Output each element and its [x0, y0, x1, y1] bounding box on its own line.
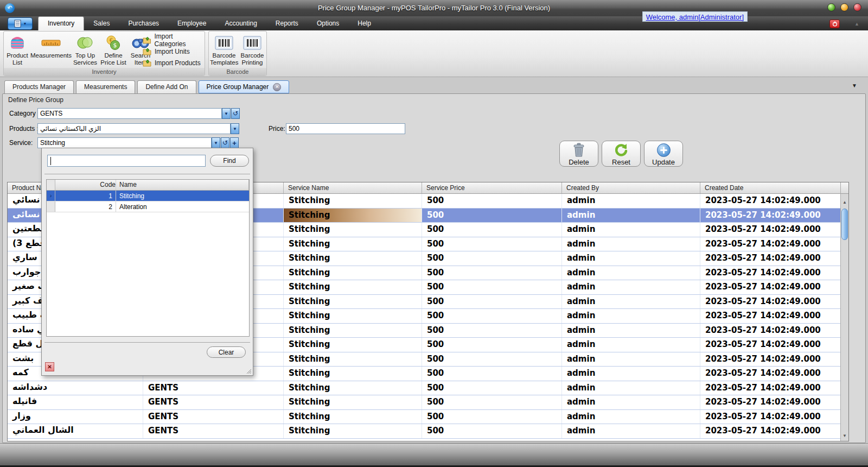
clear-button[interactable]: Clear: [207, 346, 246, 358]
cell-service[interactable]: Stitching: [284, 295, 422, 309]
cell-created_by[interactable]: admin: [562, 381, 700, 395]
cell-created_by[interactable]: admin: [562, 266, 700, 280]
restore-button[interactable]: [840, 3, 848, 11]
cell-price[interactable]: 500: [422, 209, 562, 223]
popup-cell-code[interactable]: 1: [55, 191, 116, 201]
scroll-up-icon[interactable]: ▲: [841, 199, 848, 206]
top-up-services-button[interactable]: Top Up Services: [72, 33, 98, 66]
cell-created_by[interactable]: admin: [562, 309, 700, 323]
cell-created_date[interactable]: 2023-05-27 14:02:49.000: [700, 352, 841, 367]
cell-created_by[interactable]: admin: [562, 324, 700, 338]
cell-product[interactable]: دشداشه: [8, 381, 143, 395]
collapse-ribbon-icon[interactable]: ▲: [854, 21, 859, 27]
cell-created_date[interactable]: 2023-05-27 14:02:49.000: [700, 410, 841, 424]
app-logo-icon[interactable]: ↶: [5, 3, 15, 13]
import-categories-button[interactable]: Import Categories: [143, 34, 205, 46]
popup-cell-code[interactable]: 2: [55, 201, 116, 212]
cell-created_by[interactable]: admin: [562, 280, 700, 294]
cell-created_date[interactable]: 2023-05-27 14:02:49.000: [700, 324, 841, 338]
cell-product[interactable]: وزار: [8, 410, 143, 424]
tab-sales[interactable]: Sales: [84, 16, 119, 30]
cell-created_by[interactable]: admin: [562, 424, 700, 438]
cell-category[interactable]: GENTS: [143, 410, 284, 424]
cell-product[interactable]: فانيله: [8, 395, 143, 409]
cell-created_by[interactable]: admin: [562, 410, 700, 424]
cell-created_date[interactable]: 2023-05-27 14:02:49.000: [700, 424, 841, 438]
doc-tab-define-add-on[interactable]: Define Add On: [137, 80, 196, 93]
cell-created_date[interactable]: 2023-05-27 14:02:49.000: [700, 395, 841, 409]
popup-row[interactable]: 2Alteration: [47, 201, 249, 212]
cell-price[interactable]: 500: [422, 338, 562, 352]
cell-created_date[interactable]: 2023-05-27 14:02:49.000: [700, 194, 841, 208]
cell-created_date[interactable]: 2023-05-27 14:02:49.000: [700, 338, 841, 352]
header-created-date[interactable]: Created Date: [700, 182, 841, 193]
products-dropdown-button[interactable]: ▼: [231, 123, 239, 134]
grid-row[interactable]: فانيلهGENTSStitching500admin2023-05-27 1…: [8, 395, 848, 410]
cell-service[interactable]: Stitching: [284, 309, 422, 323]
barcode-templates-button[interactable]: Barcode Templates: [210, 33, 238, 66]
cell-service[interactable]: Stitching: [284, 266, 422, 280]
cell-service[interactable]: Stitching: [284, 251, 422, 266]
cell-price[interactable]: 500: [422, 395, 562, 409]
barcode-printing-button[interactable]: Barcode Printing: [238, 33, 266, 66]
tab-close-icon[interactable]: ✕: [273, 83, 281, 91]
cell-created_date[interactable]: 2023-05-27 14:02:49.000: [700, 295, 841, 309]
cell-service[interactable]: Stitching: [284, 223, 422, 237]
header-service-price[interactable]: Service Price: [422, 182, 562, 193]
cell-category[interactable]: GENTS: [143, 424, 284, 438]
cell-price[interactable]: 500: [422, 266, 562, 280]
cell-created_date[interactable]: 2023-05-27 14:02:49.000: [700, 209, 841, 223]
cell-price[interactable]: 500: [422, 410, 562, 424]
application-menu-button[interactable]: ▼: [8, 17, 33, 30]
grid-row[interactable]: الشال العمانيGENTSStitching500admin2023-…: [8, 424, 848, 439]
doc-tab-products-manager[interactable]: Products Manager: [4, 80, 74, 93]
minimize-button[interactable]: [827, 3, 835, 11]
reset-button[interactable]: Reset: [602, 141, 641, 167]
tab-employee[interactable]: Employee: [168, 16, 215, 30]
cell-created_date[interactable]: 2023-05-27 14:02:49.000: [700, 237, 841, 251]
cell-product[interactable]: الشال العماني: [8, 424, 143, 438]
cell-created_date[interactable]: 2023-05-27 14:02:49.000: [700, 223, 841, 237]
cell-service[interactable]: Stitching: [284, 410, 422, 424]
popup-close-button[interactable]: ✕: [45, 362, 54, 371]
popup-cell-name[interactable]: Stitching: [116, 191, 249, 201]
tab-accounting[interactable]: Accounting: [215, 16, 266, 30]
cell-created_date[interactable]: 2023-05-27 14:02:49.000: [700, 367, 841, 381]
delete-button[interactable]: Delete: [559, 141, 598, 167]
cell-price[interactable]: 500: [422, 223, 562, 237]
cell-price[interactable]: 500: [422, 280, 562, 294]
tab-help[interactable]: Help: [348, 16, 380, 30]
cell-created_date[interactable]: 2023-05-27 14:02:49.000: [700, 309, 841, 323]
cell-price[interactable]: 500: [422, 295, 562, 309]
cell-service[interactable]: Stitching: [284, 424, 422, 438]
cell-service[interactable]: Stitching: [284, 237, 422, 251]
cell-created_by[interactable]: admin: [562, 209, 700, 223]
cell-created_date[interactable]: 2023-05-27 14:02:49.000: [700, 251, 841, 266]
cell-service[interactable]: Stitching: [284, 395, 422, 409]
cell-service[interactable]: Stitching: [284, 280, 422, 294]
popup-search-input[interactable]: [47, 155, 206, 167]
logout-power-button[interactable]: [829, 20, 840, 28]
cell-created_by[interactable]: admin: [562, 295, 700, 309]
category-input[interactable]: [37, 108, 222, 119]
cell-created_date[interactable]: 2023-05-27 14:02:49.000: [700, 280, 841, 294]
scrollbar-thumb[interactable]: [841, 209, 848, 240]
cell-service[interactable]: Stitching: [284, 338, 422, 352]
cell-service[interactable]: Stitching: [284, 194, 422, 208]
cell-category[interactable]: GENTS: [143, 395, 284, 409]
popup-row[interactable]: ›1Stitching: [47, 191, 249, 201]
header-created-by[interactable]: Created By: [562, 182, 700, 193]
cell-service[interactable]: Stitching: [284, 352, 422, 367]
service-refresh-button[interactable]: ↺: [221, 137, 229, 148]
cell-created_by[interactable]: admin: [562, 237, 700, 251]
cell-price[interactable]: 500: [422, 352, 562, 367]
products-input[interactable]: [37, 123, 231, 134]
cell-created_date[interactable]: 2023-05-27 14:02:49.000: [700, 381, 841, 395]
price-input[interactable]: [286, 123, 405, 134]
cell-price[interactable]: 500: [422, 381, 562, 395]
close-button[interactable]: [853, 3, 861, 11]
service-dropdown-button[interactable]: ▼: [212, 137, 220, 148]
cell-created_by[interactable]: admin: [562, 395, 700, 409]
cell-created_by[interactable]: admin: [562, 194, 700, 208]
cell-created_by[interactable]: admin: [562, 352, 700, 367]
